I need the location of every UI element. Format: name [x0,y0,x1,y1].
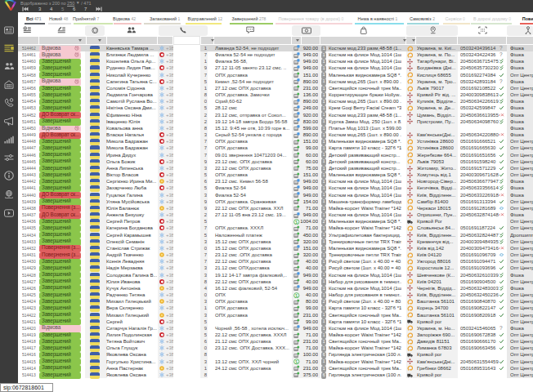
svg-text:$: $ [295,219,298,224]
svg-text:$: $ [295,292,298,297]
svg-text:$: $ [295,359,298,364]
